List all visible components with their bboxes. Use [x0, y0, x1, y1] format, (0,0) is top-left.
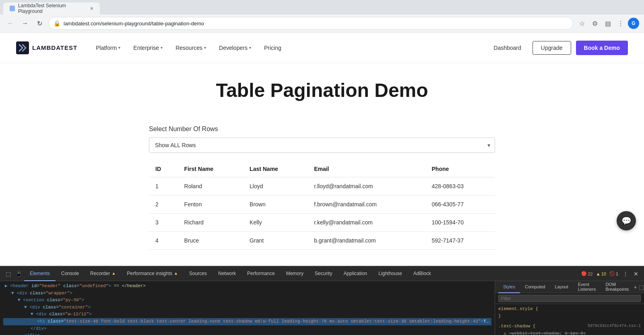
devtools-tab-perf-insights[interactable]: Performance insights ▲: [121, 267, 184, 281]
site-nav: LAMBDATEST Platform ▾ Enterprise ▾ Resou…: [0, 33, 644, 63]
warn-badge: ▲ 10: [596, 271, 606, 276]
devtools-tab-security[interactable]: Security: [309, 267, 338, 281]
styles-layout-icon[interactable]: ⬚: [639, 284, 644, 290]
nav-pricing[interactable]: Pricing: [258, 41, 287, 54]
warning-icon: ⚠: [504, 331, 506, 335]
table-cell-email: r.kelly@randatmail.com: [308, 214, 425, 232]
devtools-tab-elements[interactable]: Elements: [24, 267, 56, 281]
table-cell-first_name: Richard: [178, 214, 243, 232]
dom-line[interactable]: </div>: [3, 332, 491, 335]
nav-developers[interactable]: Developers ▾: [213, 41, 257, 54]
css-text-shadow-block: .text-shadow { 5d79c93cc4f8c474.css:1 ⚠ …: [498, 323, 641, 335]
devtools-tab-lighthouse[interactable]: Lighthouse: [373, 267, 408, 281]
error-badge: 🔴 22: [581, 271, 592, 276]
table-cell-first_name: Roland: [178, 177, 243, 195]
logo-icon: [16, 41, 29, 54]
chat-icon: 💬: [621, 216, 632, 226]
devtools-tab-application[interactable]: Application: [338, 267, 373, 281]
dashboard-button[interactable]: Dashboard: [487, 41, 528, 54]
url-text: lambdatest.com/selenium-playground/table…: [64, 21, 204, 27]
address-bar[interactable]: 🔒 lambdatest.com/selenium-playground/tab…: [48, 17, 573, 30]
tab-favicon: [10, 6, 15, 11]
table-cell-email: b.grant@randatmail.com: [308, 232, 425, 250]
devtools-more-icon[interactable]: ⋮: [621, 269, 630, 279]
nav-actions: Dashboard Upgrade Book a Demo: [487, 41, 628, 55]
col-lastname: Last Name: [243, 161, 308, 177]
styles-tab-styles[interactable]: Styles: [498, 281, 520, 293]
toolbar-icons: ☆ ⚙ ▤ ⋮ G: [576, 18, 639, 29]
more-icon[interactable]: ⋮: [615, 18, 626, 29]
chat-button[interactable]: 💬: [617, 211, 636, 230]
site-main: Table Pagination Demo Select Number Of R…: [141, 63, 503, 266]
info-badge: 🚫 1: [609, 271, 618, 276]
devtools-inspect-icon[interactable]: ⬚: [3, 269, 13, 279]
tab-close-icon[interactable]: ×: [90, 5, 93, 12]
table-body: 1RolandLloydr.lloyd@randatmail.com428-08…: [149, 177, 495, 250]
lock-icon: 🔒: [54, 20, 60, 27]
devtools-tab-adblock[interactable]: AdBlock: [408, 267, 437, 281]
bookmark-icon[interactable]: ☆: [576, 18, 588, 29]
dom-line[interactable]: </div>: [3, 325, 491, 333]
styles-content: element.style { } .text-shadow { 5d79c93…: [495, 304, 644, 335]
forward-button[interactable]: →: [19, 18, 31, 29]
styles-filter-input[interactable]: [498, 295, 641, 302]
dom-line[interactable]: ▼ <div class="wrapper">: [3, 290, 491, 297]
table-cell-email: f.brown@randatmail.com: [308, 195, 425, 214]
browser-tab-active[interactable]: LambdaTest Selenium Playground ×: [3, 2, 100, 14]
dom-line[interactable]: ▼ <div class="w-12/12">: [3, 311, 491, 318]
devtools-dom-tree: ▶ <header id="header" class="undefined">…: [0, 281, 495, 335]
styles-tab-dom-breakpoints[interactable]: DOM Breakpoints: [601, 281, 634, 293]
back-button[interactable]: ←: [5, 18, 16, 29]
logo-text: LAMBDATEST: [32, 44, 77, 51]
table-row: 4BruceGrantb.grant@randatmail.com592-714…: [149, 232, 495, 250]
site-logo[interactable]: LAMBDATEST: [16, 41, 77, 54]
styles-right-icons: + ⬚ ● ≫: [634, 284, 644, 290]
devtools-tab-performance[interactable]: Performance: [242, 267, 281, 281]
browser-toolbar: ← → ↻ 🔒 lambdatest.com/selenium-playgrou…: [0, 14, 644, 32]
reload-button[interactable]: ↻: [34, 18, 45, 29]
website-content: LAMBDATEST Platform ▾ Enterprise ▾ Resou…: [0, 33, 644, 266]
section-label: Select Number Of Rows: [149, 125, 495, 133]
styles-tab-event-listeners[interactable]: Event Listeners: [573, 281, 601, 293]
devtools-tabs: Elements Console Recorder ▲ Performance …: [24, 267, 580, 281]
rows-section: Select Number Of Rows Show ALL Rows 5 Ro…: [149, 125, 495, 250]
dom-line[interactable]: <h1 class="text-size-48 font-bold text-b…: [3, 318, 491, 325]
devtools-tab-memory[interactable]: Memory: [281, 267, 309, 281]
rows-select[interactable]: Show ALL Rows 5 Rows 10 Rows 20 Rows: [149, 138, 495, 153]
table-head: ID First Name Last Name Email Phone: [149, 161, 495, 177]
devtools-close-icon[interactable]: ✕: [631, 269, 641, 279]
devtools-device-icon[interactable]: 📱: [14, 269, 23, 279]
nav-resources[interactable]: Resources ▾: [170, 41, 212, 54]
devtools-tab-recorder[interactable]: Recorder ▲: [85, 267, 121, 281]
rows-select-wrapper: Show ALL Rows 5 Rows 10 Rows 20 Rows ▾: [149, 138, 495, 153]
devtools-body: ▶ <header id="header" class="undefined">…: [0, 281, 644, 335]
devtools-tab-network[interactable]: Network: [213, 267, 242, 281]
devtools-styles-panel: Styles Computed Layout Event Listeners D…: [495, 281, 644, 335]
table-cell-phone: 592-7147-37: [425, 232, 495, 250]
book-demo-button[interactable]: Book a Demo: [576, 41, 628, 55]
devtools-dom-panel: ▶ <header id="header" class="undefined">…: [0, 281, 495, 335]
table-row: 3RichardKellyr.kelly@randatmail.com100-1…: [149, 214, 495, 232]
styles-add-icon[interactable]: +: [634, 284, 637, 290]
styles-tab-layout[interactable]: Layout: [550, 281, 573, 293]
styles-toolbar: Styles Computed Layout Event Listeners D…: [495, 281, 644, 293]
devtools-tab-console[interactable]: Console: [56, 267, 85, 281]
devtools-tab-sources[interactable]: Sources: [184, 267, 213, 281]
table-cell-last_name: Kelly: [243, 214, 308, 232]
table-cell-last_name: Grant: [243, 232, 308, 250]
sidebar-icon[interactable]: ▤: [602, 18, 613, 29]
table-row: 1RolandLloydr.lloyd@randatmail.com428-08…: [149, 177, 495, 195]
dom-line[interactable]: ▼ <div class="container">: [3, 304, 491, 311]
nav-enterprise[interactable]: Enterprise ▾: [128, 41, 168, 54]
dom-line[interactable]: ▶ <header id="header" class="undefined">…: [3, 283, 491, 290]
styles-filter: [495, 293, 644, 304]
dom-line[interactable]: ▼ <section class="py-50">: [3, 297, 491, 304]
table-cell-phone: 100-1594-70: [425, 214, 495, 232]
styles-tab-computed[interactable]: Computed: [520, 281, 550, 293]
nav-platform[interactable]: Platform ▾: [90, 41, 126, 54]
extensions-icon[interactable]: ⚙: [589, 18, 601, 29]
upgrade-button[interactable]: Upgrade: [533, 41, 571, 55]
col-phone: Phone: [425, 161, 495, 177]
css-element-style: element.style { }: [498, 306, 641, 320]
profile-avatar[interactable]: G: [628, 18, 639, 29]
